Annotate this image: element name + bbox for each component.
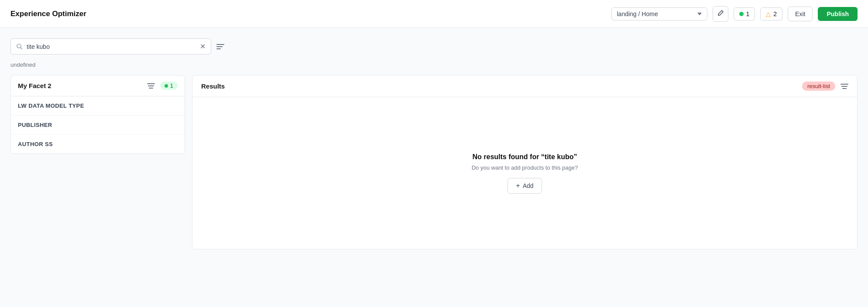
filter-lines-icon (216, 44, 224, 49)
results-filter-icon[interactable] (841, 84, 848, 89)
facet-filter-icon[interactable] (147, 83, 155, 89)
empty-state: No results found for “tite kubo” Do you … (192, 97, 857, 249)
path-selector[interactable]: landing / Home (611, 7, 707, 20)
plus-icon: + (516, 182, 520, 190)
header-left: Experience Optimizer (10, 10, 86, 18)
facet-header: My Facet 2 1 (11, 75, 185, 96)
header-right: landing / Home 1 △ 2 Exit Publish (611, 6, 858, 22)
facet-title: My Facet 2 (18, 82, 51, 89)
empty-title: No results found for “tite kubo” (473, 153, 577, 161)
green-dot-icon (739, 12, 744, 16)
facet-item-1[interactable]: LW DATA MODEL TYPE (11, 96, 185, 116)
status-badge-warning[interactable]: △ 2 (760, 7, 782, 20)
empty-subtitle: Do you want to add products to this page… (472, 164, 578, 171)
results-header-right: result-list (802, 82, 848, 91)
svg-line-1 (21, 48, 22, 49)
result-list-badge: result-list (802, 82, 835, 91)
facet-panel: My Facet 2 1 LW DATA MODEL TYPE PUBLISHE… (10, 75, 185, 154)
facet-count-badge: 1 (160, 82, 178, 90)
results-panel: Results result-list No results found for… (192, 75, 858, 249)
facet-header-right: 1 (147, 82, 178, 90)
pencil-icon (717, 10, 724, 18)
edit-button[interactable] (713, 6, 728, 22)
exit-button[interactable]: Exit (788, 7, 813, 21)
status-count: 1 (746, 10, 750, 17)
body: ✕ undefined My Facet 2 1 (0, 28, 868, 307)
facet-dot-icon (165, 84, 168, 88)
filter-button[interactable] (216, 44, 224, 49)
search-icon (16, 43, 23, 50)
add-label: Add (523, 182, 534, 189)
clear-search-button[interactable]: ✕ (200, 42, 206, 51)
search-box: ✕ (10, 38, 211, 55)
facet-item-2[interactable]: PUBLISHER (11, 116, 185, 135)
facet-count: 1 (170, 82, 173, 89)
search-row: ✕ (10, 38, 858, 55)
publish-button[interactable]: Publish (818, 7, 858, 21)
warning-icon: △ (766, 10, 771, 17)
facet-item-3[interactable]: AUTHOR SS (11, 135, 185, 154)
chevron-down-icon (697, 13, 702, 15)
warning-count: 2 (773, 10, 777, 17)
svg-point-0 (17, 44, 21, 48)
status-badge-green[interactable]: 1 (734, 7, 755, 20)
content-row: My Facet 2 1 LW DATA MODEL TYPE PUBLISHE… (10, 75, 858, 249)
results-title: Results (201, 82, 225, 90)
results-header: Results result-list (192, 75, 857, 97)
search-input[interactable] (27, 43, 196, 50)
undefined-label: undefined (10, 61, 858, 68)
app-title: Experience Optimizer (10, 10, 86, 18)
add-button[interactable]: + Add (508, 178, 542, 194)
path-text: landing / Home (617, 10, 694, 17)
header: Experience Optimizer landing / Home 1 △ … (0, 0, 868, 28)
